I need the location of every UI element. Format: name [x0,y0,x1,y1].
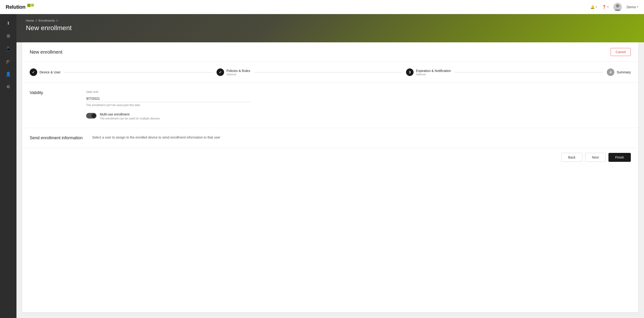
step-3-name: Expiration & Notification [416,69,451,73]
multi-use-toggle-row: Multi-use enrollment The enrollment can … [86,112,631,120]
validity-section: Validity Valid until The enrollment can'… [22,83,638,128]
step-3-label: Expiration & Notification Optional [416,69,451,76]
step-1-name: Device & User [40,70,60,74]
content-area: Home > Enrollments > New enrollment New … [16,14,644,318]
device-icon: 📱 [6,46,11,51]
send-section: Send enrollment information Select a use… [22,128,638,148]
help-chevron: ▾ [607,5,609,8]
step-1-label: Device & User [40,70,60,74]
step-4-symbol: 4 [610,70,612,74]
sidebar-item-dashboard[interactable]: ⊞ [3,30,14,41]
user-chevron: ▾ [637,5,638,8]
step-4: 4 Summary [607,68,631,76]
step-3-symbol: 3 [409,70,411,74]
step-1: ✓ Device & User [30,68,60,76]
next-button[interactable]: Next [585,153,606,162]
navbar-right: 🔔 ▾ ❓ ▾ Demo ▾ [590,3,638,11]
user-menu-button[interactable]: Demo ▾ [626,5,638,9]
valid-until-input[interactable] [86,95,251,102]
step-3-circle: 3 [406,68,414,76]
step-2-sub: Optional [226,73,250,76]
step-4-circle: 4 [607,68,614,76]
help-button[interactable]: ❓ ▾ [602,5,609,9]
step-2-label: Policies & Rules Optional [226,69,250,76]
breadcrumb-home[interactable]: Home [26,19,34,22]
step-line-1 [64,72,212,72]
settings-icon: ⚙ [6,84,10,89]
finish-button[interactable]: Finish [608,153,631,162]
user-name: Demo [626,5,636,9]
svg-rect-0 [27,4,30,7]
logo-text: Relution [6,4,26,10]
notification-button[interactable]: 🔔 ▾ [590,5,597,9]
send-section-title: Send enrollment information [30,135,82,140]
sidebar-item-devices[interactable]: 📱 [3,43,14,54]
logo: Relution [6,4,34,10]
toggle-info: Multi-use enrollment The enrollment can … [100,112,160,120]
cancel-button[interactable]: Cancel [610,48,631,56]
card-footer: Back Next Finish [22,148,638,167]
page-header: Home > Enrollments > New enrollment [16,14,644,42]
svg-rect-1 [31,4,34,6]
logo-icon [27,4,34,10]
upload-icon: ⬆ [6,21,10,26]
breadcrumb: Home > Enrollments > [26,19,634,22]
avatar [614,3,622,11]
user-icon: 👤 [6,71,11,77]
step-1-symbol: ✓ [32,70,35,74]
card-header: New enrollment Cancel [22,42,638,62]
step-4-name: Summary [617,70,631,74]
valid-until-label: Valid until [86,90,631,94]
send-section-desc: Select a user to assign to the enrolled … [92,135,631,140]
step-line-2 [254,72,402,72]
bell-icon: 🔔 [590,5,595,9]
notification-chevron: ▾ [596,5,597,8]
sidebar-item-education[interactable]: 🎓 [3,56,14,67]
step-2-circle: ✓ [216,68,224,76]
step-2-name: Policies & Rules [226,69,250,73]
validity-form-content: Valid until The enrollment can't be used… [86,90,631,120]
sidebar-item-settings[interactable]: ⚙ [3,81,14,92]
navbar: Relution 🔔 ▾ ❓ ▾ Demo ▾ [0,0,644,14]
page-title: New enrollment [26,24,634,32]
breadcrumb-enrollments[interactable]: Enrollments [38,19,55,22]
step-1-circle: ✓ [30,68,37,76]
help-icon: ❓ [602,5,606,9]
grid-icon: ⊞ [6,33,10,38]
sidebar-item-users[interactable]: 👤 [3,69,14,79]
breadcrumb-sep2: > [56,19,58,22]
step-line-3 [455,72,603,72]
validity-title: Validity [30,90,77,120]
step-3-sub: Optional [416,73,451,76]
card-title: New enrollment [30,49,62,55]
svg-point-2 [616,4,619,7]
step-2: ✓ Policies & Rules Optional [216,68,250,76]
sidebar: ⬆ ⊞ 📱 🎓 👤 ⚙ [0,14,16,318]
sidebar-item-upload[interactable]: ⬆ [3,18,14,29]
step-2-symbol: ✓ [219,70,222,74]
toggle-knob [92,114,96,118]
valid-until-field: Valid until The enrollment can't be used… [86,90,631,107]
back-button[interactable]: Back [562,153,582,162]
enrollment-card: New enrollment Cancel ✓ Device & User [22,42,638,312]
step-3: 3 Expiration & Notification Optional [406,68,451,76]
multi-use-toggle[interactable] [86,113,96,119]
breadcrumb-sep1: > [36,19,38,22]
toggle-desc: The enrollment can be used for multiple … [100,117,160,120]
toggle-label: Multi-use enrollment [100,112,160,116]
step-4-label: Summary [617,70,631,74]
graduation-icon: 🎓 [6,59,11,64]
valid-until-hint: The enrollment can't be used past this d… [86,103,631,107]
main-layout: ⬆ ⊞ 📱 🎓 👤 ⚙ Home > Enrollments > New en [0,14,644,318]
stepper: ✓ Device & User ✓ Policies & Rules Optio… [22,62,638,83]
